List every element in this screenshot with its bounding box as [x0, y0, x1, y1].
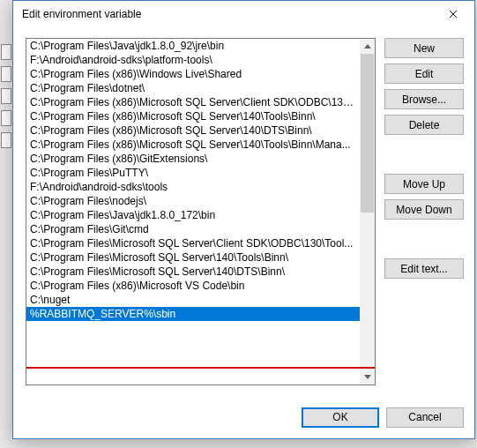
list-item[interactable]: C:\Program Files\nodejs\ [26, 194, 360, 208]
chevron-down-icon [364, 375, 371, 379]
path-listbox[interactable]: C:\Program Files\Java\jdk1.8.0_92\jre\bi… [26, 38, 376, 385]
scrollbar-track[interactable] [360, 54, 375, 370]
edit-text-button[interactable]: Edit text... [384, 258, 464, 279]
list-item[interactable]: C:\Program Files\Microsoft SQL Server\14… [26, 250, 360, 265]
edit-env-var-dialog: Edit environment variable C:\Program Fil… [12, 0, 475, 439]
list-item[interactable]: %RABBITMQ_SERVER%\sbin [26, 307, 360, 321]
list-item[interactable]: C:\Program Files\Java\jdk1.8.0_92\jre\bi… [26, 39, 360, 53]
list-item[interactable]: C:\Program Files\dotnet\ [26, 81, 360, 95]
close-button[interactable] [433, 2, 473, 26]
titlebar: Edit environment variable [13, 1, 474, 27]
browse-button[interactable]: Browse... [384, 89, 464, 109]
list-item[interactable]: C:\Program Files (x86)\Microsoft SQL Ser… [26, 123, 360, 138]
delete-button[interactable]: Delete [384, 115, 464, 135]
list-item[interactable]: C:\Program Files\Microsoft SQL Server\14… [26, 265, 360, 279]
new-button[interactable]: New [384, 38, 464, 58]
dialog-title: Edit environment variable [22, 8, 141, 20]
move-down-button[interactable]: Move Down [384, 199, 464, 220]
scroll-up-arrow[interactable] [360, 39, 375, 54]
list-item[interactable]: F:\Android\android-sdks\platform-tools\ [26, 53, 360, 67]
ok-button[interactable]: OK [302, 407, 379, 428]
chevron-up-icon [364, 44, 371, 49]
list-item[interactable]: C:\Program Files (x86)\Microsoft VS Code… [26, 279, 360, 293]
close-icon [449, 10, 458, 19]
move-up-button[interactable]: Move Up [384, 174, 464, 194]
list-item[interactable]: C:\Program Files\PuTTY\ [26, 166, 360, 180]
list-item[interactable]: C:\Program Files\Git\cmd [26, 222, 360, 236]
list-item[interactable]: C:\Program Files (x86)\Microsoft SQL Ser… [26, 138, 360, 152]
scroll-down-arrow[interactable] [360, 370, 375, 385]
edit-button[interactable]: Edit [384, 63, 464, 84]
list-item[interactable]: F:\Android\android-sdks\tools [26, 180, 360, 194]
list-item[interactable]: C:\nuget [26, 293, 360, 307]
scrollbar-thumb[interactable] [361, 54, 374, 213]
list-item[interactable]: C:\Program Files (x86)\GitExtensions\ [26, 152, 360, 166]
list-item[interactable]: C:\Program Files\Microsoft SQL Server\Cl… [26, 236, 360, 250]
list-item[interactable]: C:\Program Files (x86)\Windows Live\Shar… [26, 67, 360, 81]
list-item[interactable]: C:\Program Files (x86)\Microsoft SQL Ser… [26, 109, 360, 123]
cancel-button[interactable]: Cancel [386, 407, 464, 428]
list-item[interactable]: C:\Program Files (x86)\Microsoft SQL Ser… [26, 95, 360, 109]
list-item[interactable]: C:\Program Files\Java\jdk1.8.0_172\bin [26, 208, 360, 222]
vertical-scrollbar[interactable] [360, 39, 375, 385]
dialog-footer: OK Cancel [13, 396, 474, 438]
